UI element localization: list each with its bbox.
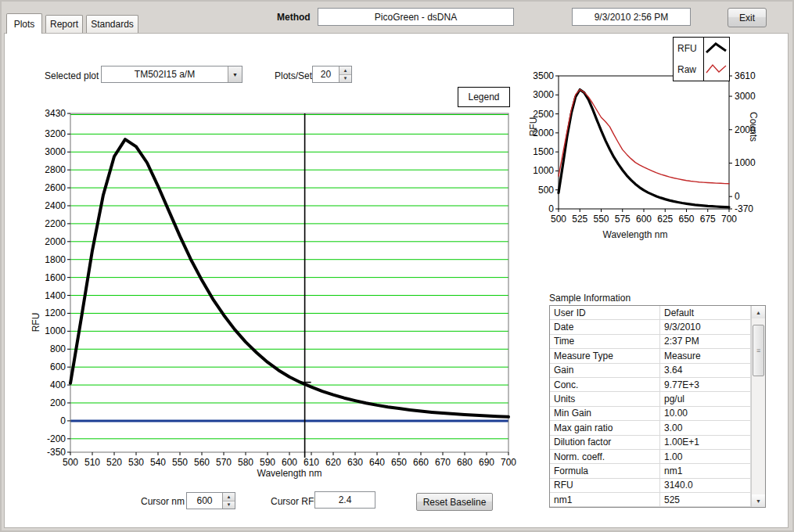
- row-label: Units: [550, 392, 660, 406]
- y-tick-label: 2600: [45, 182, 66, 193]
- row-label: Max gain ratio: [550, 421, 660, 435]
- x-tick-label: 670: [435, 457, 451, 468]
- legend-entry-rfu: RFU: [677, 43, 703, 54]
- y-tick-label: 1600: [45, 272, 66, 283]
- y-tick-label: 1000: [533, 165, 554, 176]
- chevron-down-icon[interactable]: ▼: [228, 66, 242, 82]
- selected-plot-label: Selected plot: [45, 70, 99, 81]
- row-value: 2:37 PM: [660, 334, 751, 348]
- x-tick-label: 590: [260, 457, 275, 468]
- tab-report[interactable]: Report: [45, 15, 83, 33]
- table-row: Max gain ratio3.00: [550, 421, 751, 435]
- row-label: nm1: [550, 493, 660, 507]
- method-value: PicoGreen - dsDNA: [375, 12, 457, 23]
- cursor-nm-spinner[interactable]: 600 ▲ ▼: [186, 492, 235, 509]
- x-tick-label: 625: [657, 214, 673, 225]
- x-tick-label: 575: [615, 214, 631, 225]
- row-value: nm1: [660, 464, 751, 478]
- row-value: Default: [660, 306, 751, 320]
- plot-area: [70, 113, 508, 452]
- main-x-axis-title: Wavelength nm: [227, 468, 352, 479]
- row-value: 9.77E+3: [660, 377, 751, 391]
- y-tick-label: 1800: [45, 254, 66, 265]
- plots-per-set-value: 20: [313, 66, 339, 82]
- row-value: 3.00: [660, 421, 751, 435]
- table-row: Time2:37 PM: [550, 334, 751, 348]
- exit-button-label: Exit: [739, 13, 755, 23]
- table-row: Date9/3/2010: [550, 320, 751, 334]
- x-tick-label: 510: [84, 457, 100, 468]
- main-chart[interactable]: 3430320030002800260024002200200018001600…: [29, 107, 518, 475]
- main-y-axis-title: RFU: [31, 313, 41, 332]
- scroll-down-icon[interactable]: ▼: [752, 494, 765, 507]
- x-tick-label: 620: [325, 457, 341, 468]
- y-tick-label: 0: [60, 415, 66, 426]
- reset-baseline-button[interactable]: Reset Baseline: [416, 493, 493, 511]
- row-label: Conc.: [550, 377, 660, 391]
- row-label: Date: [550, 320, 660, 334]
- spin-up-icon[interactable]: ▲: [340, 66, 351, 75]
- tab-plots[interactable]: Plots: [6, 13, 42, 34]
- scrollbar-thumb[interactable]: ≡: [753, 325, 764, 376]
- table-row: Min Gain10.00: [550, 406, 751, 420]
- row-value: 3140.0: [660, 478, 751, 492]
- row-label: RFU: [550, 478, 660, 492]
- y-tick-label: 1500: [533, 146, 554, 157]
- y-tick-label: 0: [735, 191, 740, 202]
- method-field[interactable]: PicoGreen - dsDNA: [318, 8, 514, 26]
- plots-per-set-spinner[interactable]: 20 ▲ ▼: [312, 66, 352, 83]
- table-row: Gain3.64: [550, 363, 751, 377]
- tab-standards[interactable]: Standards: [86, 15, 138, 33]
- spin-up-icon[interactable]: ▲: [223, 493, 235, 501]
- row-value: 525: [660, 493, 751, 507]
- inset-legend: RFU Raw: [673, 37, 730, 81]
- y-tick-label: 1400: [45, 290, 66, 301]
- row-label: Time: [550, 334, 660, 348]
- spin-down-icon[interactable]: ▼: [340, 75, 351, 83]
- x-tick-label: 525: [572, 214, 587, 225]
- cursor-rfu-value: 2.4: [339, 494, 352, 505]
- plots-per-set-label: Plots/Set: [275, 70, 312, 81]
- table-row: Norm. coeff.1.00: [550, 449, 751, 463]
- y-tick-label: -200: [47, 433, 66, 444]
- spin-down-icon[interactable]: ▼: [223, 501, 235, 509]
- legend-button[interactable]: Legend: [458, 87, 510, 107]
- spinner-buttons: ▲ ▼: [339, 66, 351, 82]
- y-tick-label: 3500: [533, 70, 554, 81]
- x-tick-label: 700: [721, 214, 737, 225]
- row-label: Measure Type: [550, 349, 660, 363]
- y-tick-label: 600: [50, 361, 66, 372]
- table-row: Measure TypeMeasure: [550, 349, 751, 363]
- table-row: RFU3140.0: [550, 478, 751, 492]
- cursor-rfu-field[interactable]: 2.4: [314, 491, 375, 509]
- row-label: Dilution factor: [550, 435, 660, 449]
- y-tick-label: 400: [50, 379, 66, 390]
- x-tick-label: 580: [238, 457, 253, 468]
- row-label: Min Gain: [550, 406, 660, 420]
- tab-report-label: Report: [50, 19, 78, 30]
- inset-legend-labels: RFU Raw: [674, 38, 703, 81]
- sample-info-grid: User IDDefaultDate9/3/2010Time2:37 PMMea…: [550, 306, 751, 507]
- y-tick-label: 2200: [45, 218, 66, 229]
- table-scrollbar[interactable]: ▲ ≡ ▼: [751, 306, 765, 507]
- exit-button[interactable]: Exit: [728, 8, 767, 27]
- row-label: Formula: [550, 464, 660, 478]
- x-tick-label: 700: [501, 457, 516, 468]
- x-tick-label: 690: [479, 457, 494, 468]
- x-tick-label: 500: [551, 214, 566, 225]
- scroll-up-icon[interactable]: ▲: [752, 306, 765, 318]
- legend-line-samples-icon: [705, 38, 728, 80]
- x-tick-label: 630: [347, 457, 363, 468]
- row-value: 10.00: [660, 406, 751, 420]
- selected-plot-dropdown[interactable]: TM502I15 a/M ▼: [101, 66, 243, 83]
- row-value: 3.64: [660, 363, 751, 377]
- y-tick-label: 3430: [45, 108, 66, 119]
- row-label: User ID: [550, 306, 660, 320]
- scrollbar-track[interactable]: ≡: [752, 318, 765, 494]
- tab-plots-label: Plots: [14, 19, 35, 30]
- table-row: Conc.9.77E+3: [550, 377, 751, 391]
- table-row: nm1525: [550, 493, 751, 507]
- tab-standards-label: Standards: [91, 19, 134, 30]
- row-value: 1.00: [660, 449, 751, 463]
- row-value: pg/ul: [660, 392, 751, 406]
